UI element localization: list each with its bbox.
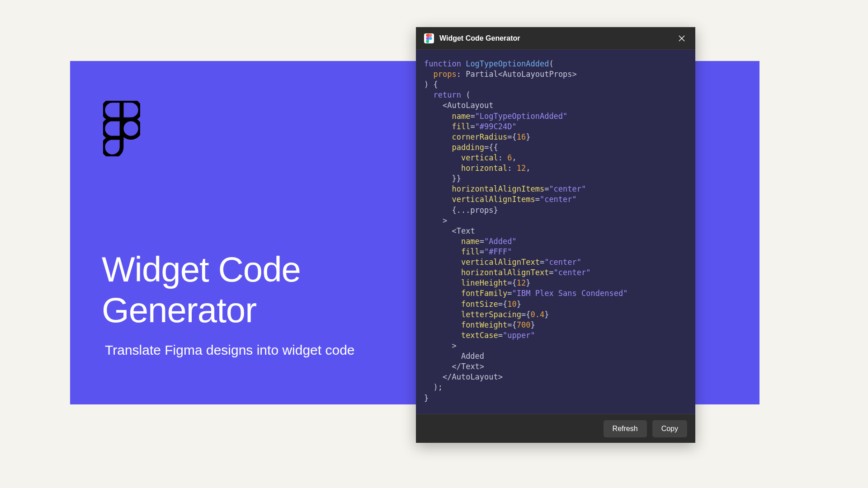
hero-title-line2: Generator [102,290,256,330]
window-title: Widget Code Generator [439,34,676,42]
figma-app-icon [424,33,434,43]
hero-subtitle: Translate Figma designs into widget code [105,343,355,358]
close-icon[interactable] [676,33,687,44]
hero-title-line1: Widget Code [102,249,301,289]
figma-logo-icon [103,101,140,154]
hero-title: Widget Code Generator [102,249,301,330]
refresh-button[interactable]: Refresh [604,420,647,437]
code-generator-window: Widget Code Generator function LogTypeOp… [416,27,695,443]
window-footer: Refresh Copy [416,414,695,443]
copy-button[interactable]: Copy [652,420,687,437]
window-header: Widget Code Generator [416,27,695,50]
generated-code: function LogTypeOptionAdded( props: Part… [424,59,687,404]
code-display-area[interactable]: function LogTypeOptionAdded( props: Part… [416,50,695,414]
